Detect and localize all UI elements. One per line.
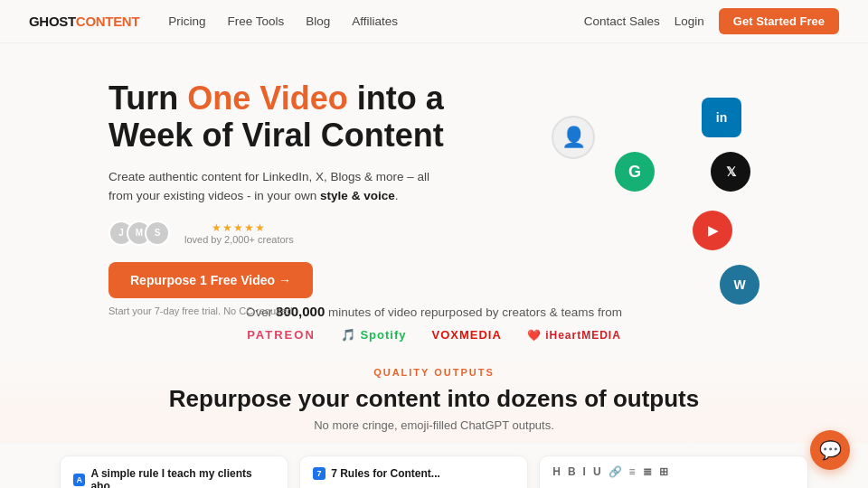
card-header-2: 7 7 Rules for Content...: [313, 467, 514, 480]
editor-toolbar: H B I U 🔗 ≡ ≣ ⊞: [552, 465, 795, 478]
hero-section: Turn One Video into a Week of Viral Cont…: [0, 43, 868, 287]
nav-right: Contact Sales Login Get Started Free: [584, 8, 839, 34]
nav-links: Pricing Free Tools Blog Affiliates: [168, 14, 398, 28]
brand-spotify: 🎵 Spotify: [341, 328, 407, 342]
brand-patreon: PATREON: [247, 328, 316, 342]
repurpose-cta-button[interactable]: Repurpose 1 Free Video →: [108, 262, 313, 298]
chat-button[interactable]: 💬: [810, 430, 850, 470]
quality-title: Repurpose your content into dozens of ou…: [0, 385, 868, 413]
hero-left: Turn One Video into a Week of Viral Cont…: [108, 80, 506, 287]
get-started-button[interactable]: Get Started Free: [719, 8, 839, 34]
nav-login[interactable]: Login: [675, 14, 704, 28]
output-card-editor: H B I U 🔗 ≡ ≣ ⊞ Boost Your Online Visibi…: [539, 455, 808, 488]
logo-ghost: GHOST: [29, 14, 76, 29]
nav-free-tools[interactable]: Free Tools: [228, 14, 285, 28]
toolbar-i[interactable]: I: [583, 465, 586, 478]
hero-subtitle: Create authentic content for LinkedIn, X…: [108, 167, 434, 206]
linkedin-icon: in: [702, 98, 741, 137]
toolbar-b[interactable]: B: [568, 465, 576, 478]
stars-row: ★★★★★: [212, 221, 266, 234]
navbar: GHOSTCONTENT Pricing Free Tools Blog Aff…: [0, 0, 868, 43]
card-title-1: A simple rule I teach my clients abo...: [90, 467, 275, 488]
output-cards: A A simple rule I teach my clients abo..…: [0, 455, 868, 488]
social-proof: J M S ★★★★★ loved by 2,000+ creators: [108, 221, 506, 246]
nav-blog[interactable]: Blog: [306, 14, 330, 28]
logo-content: CONTENT: [76, 14, 139, 29]
logo[interactable]: GHOSTCONTENT: [29, 14, 139, 29]
hero-title: Turn One Video into a Week of Viral Cont…: [108, 80, 506, 155]
free-trial-note: Start your 7-day free trial. No CC requi…: [108, 305, 506, 316]
brand-vox: VOXMEDIA: [431, 328, 501, 342]
twitter-icon: 𝕏: [711, 152, 750, 192]
toolbar-list2[interactable]: ≣: [643, 465, 652, 478]
nav-pricing[interactable]: Pricing: [168, 14, 205, 28]
star-rating: ★★★★★ loved by 2,000+ creators: [184, 221, 294, 245]
toolbar-h[interactable]: H: [552, 465, 561, 478]
nav-affiliates[interactable]: Affiliates: [352, 14, 398, 28]
youtube-icon: ▶: [693, 211, 732, 250]
toolbar-u[interactable]: U: [593, 465, 601, 478]
quality-subtitle: No more cringe, emoji-filled ChatGPT out…: [0, 418, 868, 432]
avatar-stack: J M S: [108, 221, 163, 246]
output-card-1: A A simple rule I teach my clients abo..…: [60, 455, 288, 488]
quality-section: QUALITY OUTPUTS Repurpose your content i…: [0, 351, 868, 443]
toolbar-link[interactable]: 🔗: [609, 465, 622, 478]
person-icon: 👤: [552, 116, 595, 159]
toolbar-grid[interactable]: ⊞: [659, 465, 668, 478]
brand-logos: PATREON 🎵 Spotify VOXMEDIA ❤️ iHeartMEDI…: [0, 328, 868, 342]
output-card-2: 7 7 Rules for Content... 7 "Unwritten" R…: [299, 455, 528, 488]
nav-contact-sales[interactable]: Contact Sales: [584, 14, 660, 28]
wordpress-icon: W: [720, 265, 760, 305]
card-title-2: 7 Rules for Content...: [331, 467, 440, 480]
avatar: S: [145, 221, 170, 246]
hero-title-start: Turn: [108, 80, 187, 117]
card-icon-1: A: [73, 474, 85, 486]
hero-right: 👤 G in 𝕏 ▶ W: [506, 80, 760, 287]
card-icon-2: 7: [313, 467, 326, 480]
star-label: loved by 2,000+ creators: [184, 234, 294, 245]
card-header-1: A A simple rule I teach my clients abo..…: [73, 467, 275, 488]
quality-label: QUALITY OUTPUTS: [0, 367, 868, 378]
hero-title-highlight: One Video: [187, 80, 347, 117]
grammarly-icon: G: [615, 152, 655, 192]
cta-wrapper: Repurpose 1 Free Video → Start your 7-da…: [108, 262, 506, 316]
brand-iheartmedia: ❤️ iHeartMEDIA: [527, 329, 621, 342]
toolbar-list1[interactable]: ≡: [629, 465, 636, 478]
